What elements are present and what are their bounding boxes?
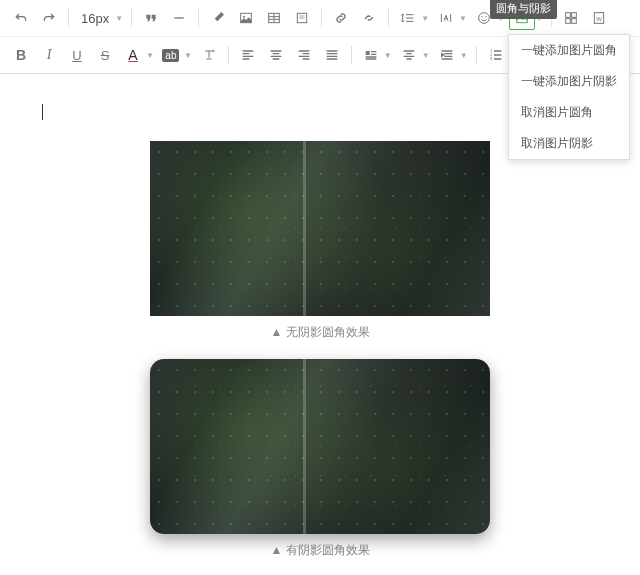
- dropdown-arrow[interactable]: ▼: [421, 14, 429, 23]
- image-plain-wrap: [0, 141, 640, 316]
- caption-plain: ▲ 无阴影圆角效果: [0, 324, 640, 341]
- dropdown-arrow[interactable]: ▼: [184, 51, 192, 60]
- align-justify-button[interactable]: [319, 43, 345, 67]
- undo-button[interactable]: [8, 6, 34, 30]
- float-left-button[interactable]: [358, 43, 384, 67]
- dropdown-arrow[interactable]: ▼: [384, 51, 392, 60]
- svg-rect-8: [565, 13, 570, 18]
- svg-rect-14: [366, 51, 370, 55]
- svg-point-5: [481, 16, 482, 17]
- underline-button[interactable]: U: [64, 43, 90, 67]
- letterspacing-button[interactable]: [433, 6, 459, 30]
- sample-image-styled[interactable]: [150, 359, 490, 534]
- card-button[interactable]: [289, 6, 315, 30]
- separator: [351, 46, 352, 64]
- word-button[interactable]: W: [586, 6, 612, 30]
- lineheight-button[interactable]: [395, 6, 421, 30]
- link-button[interactable]: [328, 6, 354, 30]
- separator: [131, 9, 132, 27]
- image-styled-wrap: [0, 359, 640, 534]
- unlink-button[interactable]: [356, 6, 382, 30]
- fontsize-select[interactable]: 16px: [75, 11, 115, 26]
- align-center-button[interactable]: [263, 43, 289, 67]
- clearformat-button[interactable]: [196, 43, 222, 67]
- menu-remove-shadow[interactable]: 取消图片阴影: [509, 128, 629, 159]
- menu-add-radius[interactable]: 一键添加图片圆角: [509, 35, 629, 66]
- image-style-tooltip: 圆角与阴影: [490, 0, 557, 19]
- dropdown-arrow[interactable]: ▼: [459, 14, 467, 23]
- editor-toolbar: 16px ▼ ▼ ▼ ▼ ▼ W 圆角与阴影 一键添加图片圆角 一键添加图片阴影…: [0, 0, 640, 74]
- dash-button[interactable]: [166, 6, 192, 30]
- svg-point-4: [479, 13, 490, 24]
- float-center-button[interactable]: [396, 43, 422, 67]
- quote-button[interactable]: [138, 6, 164, 30]
- table-button[interactable]: [261, 6, 287, 30]
- separator: [476, 46, 477, 64]
- menu-remove-radius[interactable]: 取消图片圆角: [509, 97, 629, 128]
- align-right-button[interactable]: [291, 43, 317, 67]
- text-cursor: [42, 104, 43, 120]
- svg-point-6: [485, 16, 486, 17]
- bgcolor-label: ab: [162, 49, 179, 62]
- image-button[interactable]: [233, 6, 259, 30]
- ordered-list-button[interactable]: 123: [483, 43, 509, 67]
- italic-button[interactable]: I: [36, 43, 62, 67]
- svg-rect-10: [565, 19, 570, 24]
- redo-button[interactable]: [36, 6, 62, 30]
- fontcolor-button[interactable]: A: [120, 43, 146, 67]
- indent-button[interactable]: [434, 43, 460, 67]
- separator: [321, 9, 322, 27]
- toolbar-row-1: 16px ▼ ▼ ▼ ▼ ▼ W 圆角与阴影 一键添加图片圆角 一键添加图片阴影…: [0, 0, 640, 36]
- bgcolor-button[interactable]: ab: [158, 43, 184, 67]
- menu-add-shadow[interactable]: 一键添加图片阴影: [509, 66, 629, 97]
- image-style-dropdown: 一键添加图片圆角 一键添加图片阴影 取消图片圆角 取消图片阴影: [508, 34, 630, 160]
- svg-text:3: 3: [490, 56, 493, 61]
- dropdown-arrow[interactable]: ▼: [460, 51, 468, 60]
- svg-point-1: [243, 16, 245, 18]
- separator: [68, 9, 69, 27]
- sample-image-plain[interactable]: [150, 141, 490, 316]
- strike-button[interactable]: S: [92, 43, 118, 67]
- caption-styled: ▲ 有阴影圆角效果: [0, 542, 640, 559]
- bold-button[interactable]: B: [8, 43, 34, 67]
- svg-text:W: W: [596, 16, 602, 22]
- svg-rect-9: [571, 13, 576, 18]
- dropdown-arrow[interactable]: ▼: [422, 51, 430, 60]
- svg-rect-11: [571, 19, 576, 24]
- grid-button[interactable]: [558, 6, 584, 30]
- tag-icon[interactable]: [205, 6, 231, 30]
- dropdown-arrow[interactable]: ▼: [146, 51, 154, 60]
- fontsize-value: 16px: [81, 11, 109, 26]
- separator: [228, 46, 229, 64]
- separator: [198, 9, 199, 27]
- align-left-button[interactable]: [235, 43, 261, 67]
- separator: [388, 9, 389, 27]
- dropdown-arrow[interactable]: ▼: [115, 14, 123, 23]
